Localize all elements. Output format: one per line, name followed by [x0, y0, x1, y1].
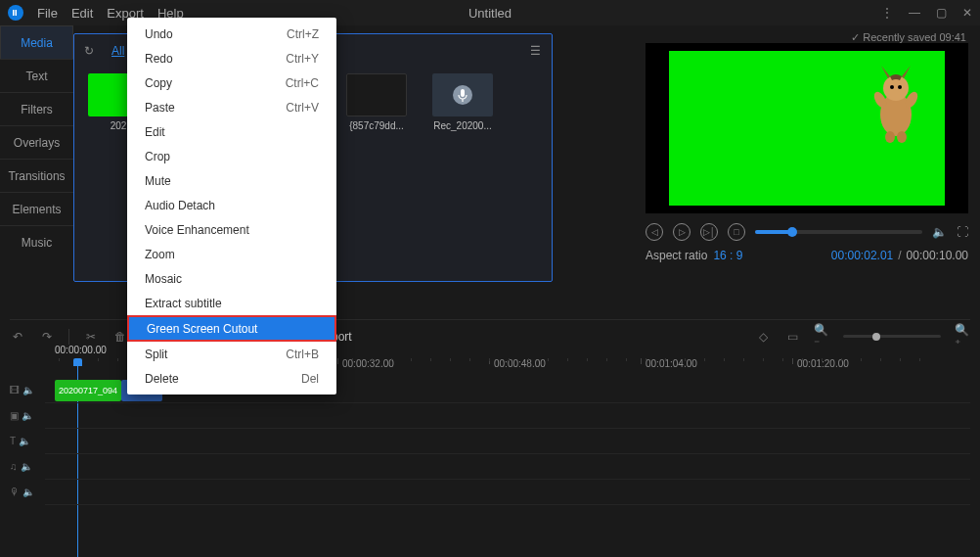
document-title: Untitled	[468, 6, 512, 21]
context-menu-label: Mosaic	[145, 272, 182, 286]
context-menu-item[interactable]: UndoCtrl+Z	[127, 22, 336, 46]
more-icon[interactable]: ⋮	[881, 6, 893, 20]
context-menu-label: Undo	[145, 27, 173, 41]
context-menu-shortcut: Del	[301, 372, 319, 386]
sidebar-item-media[interactable]: Media	[0, 25, 73, 59]
fullscreen-icon[interactable]: ⛶	[957, 225, 968, 239]
svg-point-10	[885, 131, 895, 143]
mute-icon[interactable]: 🔈	[22, 385, 34, 395]
time-separator: /	[898, 249, 901, 262]
media-item[interactable]: Rec_20200...	[428, 73, 497, 131]
seek-slider[interactable]	[755, 230, 922, 234]
current-time: 00:00:02.01	[831, 249, 893, 262]
video-clip[interactable]: 20200717_094	[55, 380, 121, 401]
context-menu-shortcut: Ctrl+V	[286, 101, 319, 115]
context-menu-label: Extract subtitle	[145, 297, 222, 310]
ruler-mark: 00:00:48.00	[489, 358, 546, 364]
maximize-icon[interactable]: ▢	[936, 6, 947, 20]
mute-icon[interactable]: 🔈	[19, 436, 30, 446]
redo-button[interactable]: ↷	[39, 329, 55, 345]
context-menu-item[interactable]: Voice Enhancement	[127, 217, 336, 242]
marker-icon[interactable]: ◇	[755, 329, 771, 345]
refresh-icon[interactable]: ↻	[84, 44, 94, 58]
context-menu-label: Green Screen Cutout	[147, 322, 257, 336]
context-menu-label: Voice Enhancement	[145, 223, 249, 237]
play-button[interactable]: ▷	[673, 223, 690, 241]
context-menu-item[interactable]: Mosaic	[127, 266, 336, 291]
svg-rect-0	[13, 10, 15, 16]
fit-icon[interactable]: ▭	[784, 329, 800, 345]
mute-icon[interactable]: 🔈	[21, 461, 32, 472]
music-track-icon: ♫	[10, 461, 18, 472]
next-frame-button[interactable]: ▷│	[700, 223, 718, 241]
context-menu-item[interactable]: Audio Detach	[127, 193, 336, 217]
context-menu-shortcut: Ctrl+Y	[286, 52, 319, 66]
preview-scene	[669, 51, 945, 206]
context-menu-item[interactable]: CopyCtrl+C	[127, 70, 336, 95]
media-label: Rec_20200...	[432, 120, 493, 131]
music-track[interactable]: ♫🔈	[45, 454, 970, 480]
context-menu-item[interactable]: Edit	[127, 119, 336, 144]
aspect-value[interactable]: 16 : 9	[713, 249, 742, 262]
close-icon[interactable]: ✕	[962, 6, 972, 20]
svg-rect-1	[16, 10, 18, 16]
total-time: 00:00:10.00	[907, 249, 968, 262]
delete-icon[interactable]: 🗑	[112, 329, 128, 345]
stop-button[interactable]: □	[728, 223, 745, 241]
media-label: {857c79dd...	[346, 120, 407, 131]
context-menu-label: Redo	[145, 52, 173, 66]
text-track-icon: T	[10, 436, 16, 446]
minimize-icon[interactable]: —	[909, 6, 920, 20]
ruler-mark: 00:00:32.00	[337, 358, 394, 364]
volume-icon[interactable]: 🔈	[932, 225, 947, 239]
svg-rect-3	[461, 89, 465, 97]
playback-controls: ◁ ▷ ▷│ □ 🔈 ⛶	[646, 223, 968, 241]
preview-character	[867, 61, 925, 149]
sidebar-item-music[interactable]: Music	[0, 225, 73, 258]
zoom-out-icon[interactable]: 🔍⁻	[814, 329, 829, 345]
sidebar: Media Text Filters Overlays Transitions …	[0, 25, 73, 258]
ruler-mark: 00:01:04.00	[641, 358, 697, 364]
context-menu-item[interactable]: RedoCtrl+Y	[127, 46, 336, 70]
context-menu-item[interactable]: Crop	[127, 144, 336, 168]
menu-file[interactable]: File	[37, 6, 58, 21]
context-menu-label: Split	[145, 348, 167, 361]
context-menu-item[interactable]: PasteCtrl+V	[127, 95, 336, 119]
sidebar-item-filters[interactable]: Filters	[0, 92, 73, 125]
context-menu-item[interactable]: Green Screen Cutout	[127, 315, 336, 342]
media-item[interactable]: {857c79dd...	[342, 73, 411, 131]
menu-edit[interactable]: Edit	[71, 6, 93, 21]
filter-all[interactable]: All	[111, 44, 124, 58]
zoom-slider[interactable]	[843, 335, 941, 338]
context-menu-label: Audio Detach	[145, 199, 215, 212]
sidebar-item-elements[interactable]: Elements	[0, 192, 73, 225]
context-menu-label: Crop	[145, 150, 170, 163]
prev-frame-button[interactable]: ◁	[646, 223, 663, 241]
timeline-start-time: 00:00:00.00	[55, 345, 107, 355]
sidebar-item-text[interactable]: Text	[0, 59, 73, 92]
app-logo-icon	[8, 5, 23, 21]
context-menu-item[interactable]: SplitCtrl+B	[127, 342, 336, 366]
sidebar-item-overlays[interactable]: Overlays	[0, 125, 73, 159]
zoom-in-icon[interactable]: 🔍⁺	[955, 329, 970, 345]
context-menu-label: Paste	[145, 101, 175, 115]
voice-track[interactable]: 🎙🔈	[45, 480, 970, 505]
mute-icon[interactable]: 🔈	[22, 410, 33, 421]
tracks: 🎞🔈 20200717_094 ▣🔈 T🔈 ♫🔈 🎙🔈	[45, 378, 970, 505]
svg-point-8	[890, 85, 894, 89]
sidebar-item-transitions[interactable]: Transitions	[0, 159, 73, 192]
mute-icon[interactable]: 🔈	[22, 487, 34, 497]
pip-track[interactable]: ▣🔈	[45, 403, 970, 429]
context-menu-item[interactable]: Mute	[127, 168, 336, 193]
preview-info: Aspect ratio 16 : 9 00:00:02.01 / 00:00:…	[646, 249, 968, 262]
text-track[interactable]: T🔈	[45, 429, 970, 454]
context-menu-item[interactable]: Extract subtitle	[127, 291, 336, 315]
undo-button[interactable]: ↶	[10, 329, 25, 345]
aspect-label: Aspect ratio	[646, 249, 707, 262]
list-view-icon[interactable]: ☰	[530, 44, 542, 58]
voice-track-icon: 🎙	[10, 487, 20, 497]
svg-point-9	[898, 85, 902, 89]
split-icon[interactable]: ✂	[83, 329, 99, 345]
context-menu-item[interactable]: DeleteDel	[127, 366, 336, 391]
context-menu-item[interactable]: Zoom	[127, 242, 336, 266]
